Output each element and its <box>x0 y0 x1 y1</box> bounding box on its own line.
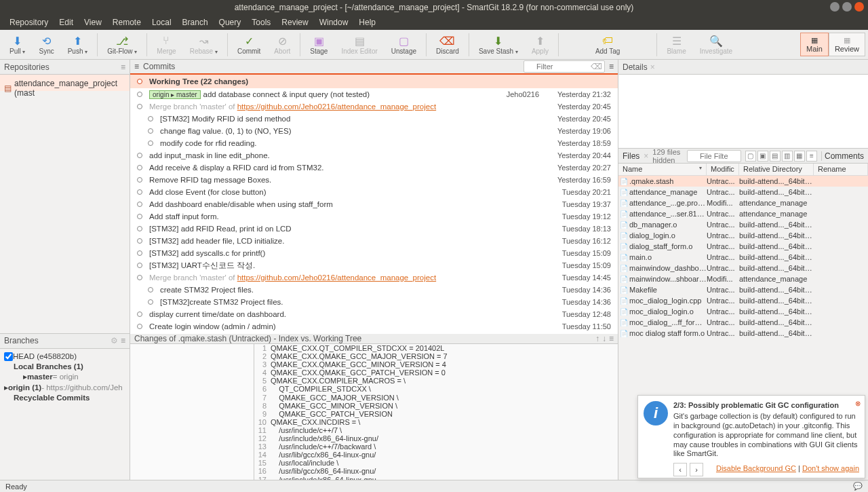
commit-row[interactable]: Merge branch 'master' of https://github.… <box>130 100 618 113</box>
menu-window[interactable]: Window <box>314 18 354 27</box>
commit-row[interactable]: Add receive & display a RFID card id fro… <box>130 162 618 174</box>
rebase-button[interactable]: ↝Rebase ▾ <box>183 33 224 56</box>
file-row[interactable]: 📄attendance_...ge.pro.userModifi...atten… <box>618 197 868 208</box>
apply-button[interactable]: ⬆Apply <box>525 33 555 56</box>
files-list[interactable]: 📄.qmake.stashUntrac...build-attend..._64… <box>618 176 868 339</box>
next-notification-button[interactable]: › <box>690 463 703 476</box>
file-row[interactable]: 📄dialog_staff_form.oUntrac...build-atten… <box>618 241 868 252</box>
index-editor-button[interactable]: ▤Index Editor <box>334 33 384 56</box>
maximize-icon[interactable] <box>842 2 852 12</box>
close-panel-icon[interactable]: × <box>650 62 655 72</box>
menu-local[interactable]: Local <box>146 18 177 27</box>
commit-row[interactable]: [STM32] add header file, LCD initialize.… <box>130 235 618 247</box>
blame-button[interactable]: ☰Blame <box>660 33 692 56</box>
pull-button[interactable]: ⬇Pull ▾ <box>3 33 32 56</box>
file-row[interactable]: 📄MakefileUntrac...build-attend..._64bit-… <box>618 284 868 295</box>
commit-row[interactable]: Add close Event (for close button)Tuesda… <box>130 186 618 198</box>
menu-tools[interactable]: Tools <box>246 18 276 27</box>
menu-help[interactable]: Help <box>353 18 381 27</box>
commit-row[interactable]: Create login window (admin / admin)Tuesd… <box>130 320 618 333</box>
commit-row[interactable]: create project files.Tuesday 11:28 <box>130 333 618 334</box>
commit-row[interactable]: Add staff input form.Tuesday 19:12 <box>130 210 618 223</box>
commit-row[interactable]: modify code for rfid reading.Yesterday 1… <box>130 137 618 149</box>
commit-row[interactable]: Merge branch 'master' of https://github.… <box>130 271 618 284</box>
push-button[interactable]: ⬆Push ▾ <box>61 33 95 56</box>
menu-branch[interactable]: Branch <box>177 18 214 27</box>
commit-row[interactable]: Add dashboard enable/disable when using … <box>130 198 618 210</box>
close-icon[interactable]: ⊗ <box>855 400 861 407</box>
unstage-button[interactable]: ▢Unstage <box>384 33 423 56</box>
file-view-btn-4[interactable]: ▥ <box>782 151 793 162</box>
commit-row[interactable]: [STM32] add RFID Read, print id on LCDTu… <box>130 223 618 235</box>
file-row[interactable]: 📄mainwindow_dashboard.oUntrac...build-at… <box>618 263 868 273</box>
close-panel-icon[interactable]: × <box>644 151 648 161</box>
review-view-button[interactable]: ▦Review <box>829 33 865 56</box>
discard-button[interactable]: ⌫Discard <box>429 33 466 56</box>
commit-row[interactable]: display current time/date on dashboard.T… <box>130 308 618 320</box>
head-checkbox[interactable] <box>4 352 13 361</box>
merge-link[interactable]: https://github.com/Jeho0216/attendance_m… <box>237 273 436 282</box>
commit-row[interactable]: [STM32] Modify RFID id send methodYester… <box>130 113 618 125</box>
commit-row[interactable]: Remove RFID tag message Boxes.Yesterday … <box>130 174 618 186</box>
hamburger-icon[interactable]: ≡ <box>134 62 139 71</box>
diff-right-pane[interactable]: 1QMAKE_CXX.QT_COMPILER_STDCXX = 201402L2… <box>254 344 618 484</box>
main-view-button[interactable]: ▦Main <box>800 33 829 56</box>
commit-row[interactable]: Working Tree (22 changes) <box>130 75 618 88</box>
down-arrow-icon[interactable]: ↓ <box>602 334 606 343</box>
file-row[interactable]: 📄.qmake.stashUntrac...build-attend..._64… <box>618 176 868 187</box>
menu-repository[interactable]: Repository <box>4 18 54 27</box>
origin-row[interactable]: ▸ origin (1) - https://github.com/Jeh <box>4 382 125 393</box>
hamburger-icon[interactable]: ≡ <box>609 334 614 343</box>
file-view-btn-6[interactable]: ≡ <box>806 151 817 162</box>
prev-notification-button[interactable]: ‹ <box>673 463 687 476</box>
file-filter-input[interactable] <box>687 150 741 162</box>
file-view-btn-3[interactable]: ▤ <box>770 151 781 162</box>
file-view-btn-2[interactable]: ▣ <box>757 151 768 162</box>
local-branches-row[interactable]: Local Branches (1) <box>4 362 125 371</box>
commit-row[interactable]: create STM32 Project files.Tuesday 14:36 <box>130 284 618 296</box>
chat-icon[interactable]: 💬 <box>853 482 863 491</box>
file-row[interactable]: 📄main.oUntrac...build-attend..._64bit-De… <box>618 252 868 263</box>
file-row[interactable]: 📄moc_dialog_login.cppUntrac...build-atte… <box>618 295 868 306</box>
file-row[interactable]: 📄moc_dialog_login.oUntrac...build-attend… <box>618 306 868 317</box>
commit-button[interactable]: ✓Commit <box>231 33 267 56</box>
menu-view[interactable]: View <box>79 18 107 27</box>
menu-review[interactable]: Review <box>276 18 313 27</box>
file-view-btn-1[interactable]: ▢ <box>745 151 756 162</box>
up-arrow-icon[interactable]: ↑ <box>595 334 599 343</box>
commit-row[interactable]: [STM32] UART수신코드 작성.Tuesday 15:09 <box>130 259 618 271</box>
recyclable-row[interactable]: Recyclable Commits <box>4 393 125 402</box>
file-row[interactable]: 📄dialog_login.oUntrac...build-attend..._… <box>618 230 868 241</box>
hamburger-icon[interactable]: ≡ <box>121 336 125 345</box>
abort-button[interactable]: ⊘Abort <box>267 33 297 56</box>
minimize-icon[interactable] <box>830 2 840 12</box>
merge-button[interactable]: ⑂Merge <box>150 33 182 56</box>
commit-row[interactable]: add input_mask in line edit_phone.Yester… <box>130 149 618 162</box>
commit-row[interactable]: [STM32] add syscalls.c for printf()Tuesd… <box>130 247 618 259</box>
branch-master[interactable]: ▸ master = origin <box>4 371 125 382</box>
hamburger-icon[interactable]: ≡ <box>121 62 125 72</box>
menu-edit[interactable]: Edit <box>54 18 79 27</box>
file-row[interactable]: 📄attendance_manageUntrac...build-attend.… <box>618 187 868 197</box>
file-row[interactable]: 📄attendance_...ser.815009aUntrac...atten… <box>618 208 868 219</box>
add-tag-button[interactable]: 🏷Add Tag <box>561 33 654 56</box>
comments-tab[interactable]: Comments <box>821 151 864 161</box>
investigate-button[interactable]: 🔍Investigate <box>693 33 739 56</box>
menu-query[interactable]: Query <box>214 18 247 27</box>
file-row[interactable]: 📄db_manager.oUntrac...build-attend..._64… <box>618 219 868 230</box>
commit-row[interactable]: change flag value. (0, 1) to (NO, YES)Ye… <box>130 125 618 137</box>
stage-button[interactable]: ▣Stage <box>303 33 334 56</box>
hamburger-icon[interactable]: ≡ <box>609 62 614 71</box>
file-row[interactable]: 📄moc dialog staff form.oUntrac...build-a… <box>618 328 868 339</box>
file-row[interactable]: 📄mainwindow...shboard.uiModifi...attenda… <box>618 273 868 284</box>
clear-icon[interactable]: ⌫ <box>591 62 602 71</box>
merge-link[interactable]: https://github.com/Jeho0216/attendance_m… <box>237 102 436 111</box>
commits-list[interactable]: Working Tree (22 changes)origin ▸ master… <box>130 75 618 334</box>
commit-row[interactable]: origin ▸ masteradd database connect & in… <box>130 88 618 100</box>
close-window-icon[interactable] <box>854 2 864 12</box>
commit-row[interactable]: [STM32]create STM32 Project files.Tuesda… <box>130 296 618 308</box>
gear-icon[interactable]: ⚙ <box>111 336 118 345</box>
dont-show-link[interactable]: Don't show again <box>802 464 859 472</box>
sync-button[interactable]: ⟲Sync <box>32 33 60 56</box>
file-view-btn-5[interactable]: ▦ <box>794 151 805 162</box>
